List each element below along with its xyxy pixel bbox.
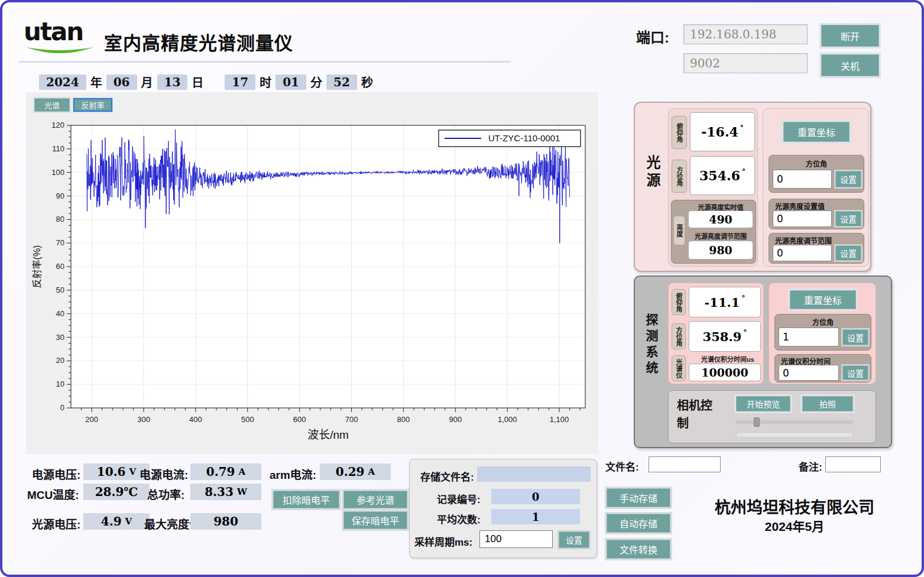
detection-pitch-value: -11.1°: [689, 287, 761, 317]
svg-text:400: 400: [189, 415, 202, 424]
supply-voltage-label: 电源电压:: [32, 466, 80, 482]
brightness-range-value: 980: [688, 241, 753, 260]
port-input[interactable]: [683, 53, 808, 73]
filename-label: 文件名:: [605, 459, 639, 474]
file-convert-button[interactable]: 文件转换: [607, 540, 670, 559]
second-unit: 秒: [361, 73, 373, 90]
camera-control-panel: 相机控制 开始预览 拍照: [668, 390, 876, 443]
chart-panel: 光谱 反射率 2003004005006007008009001,0001,10…: [26, 92, 598, 454]
hour-unit: 时: [260, 73, 271, 90]
svg-text:30: 30: [56, 333, 64, 342]
month-value: 06: [106, 74, 137, 90]
company-date: 2024年5月: [697, 517, 892, 534]
svg-text:90: 90: [56, 192, 64, 200]
svg-text:70: 70: [56, 238, 64, 247]
spectrometer-integration-label: 光谱仪积分时间us: [680, 354, 775, 364]
port-label: 端口:: [636, 26, 669, 47]
detection-reset-button[interactable]: 重置坐标: [790, 290, 856, 309]
light-brightness-set-group: 光源亮度设置值 设置: [769, 199, 864, 229]
light-azimuth-set-input[interactable]: [773, 170, 832, 189]
svg-text:10: 10: [56, 380, 64, 388]
reference-spectrum-button[interactable]: 参考光谱: [343, 491, 407, 508]
month-unit: 月: [141, 73, 153, 90]
disconnect-button[interactable]: 断开: [821, 25, 879, 47]
header-divider: [19, 61, 511, 63]
svg-text:60: 60: [56, 262, 64, 271]
detection-readout-group: 俯仰角 -11.1° 方位角 358.9° 光谱仪 光谱仪积分时间us 1000…: [668, 283, 764, 384]
light-azimuth-value: 354.6°: [690, 156, 755, 195]
svg-text:40: 40: [56, 309, 64, 318]
detection-azimuth-set-group: 方位角 设置: [774, 314, 871, 351]
source-voltage-label: 光源电压:: [32, 516, 80, 531]
camera-slider[interactable]: [736, 420, 853, 424]
brightness-realtime-value: 490: [688, 210, 753, 228]
reflectance-chart: 2003004005006007008009001,0001,100010203…: [31, 112, 592, 450]
second-value: 52: [326, 74, 357, 90]
light-brightness-range-set-button[interactable]: 设置: [835, 245, 861, 261]
manual-save-button[interactable]: 手动存储: [607, 488, 670, 507]
subtract-dark-button[interactable]: 扣除暗电平: [273, 491, 339, 508]
arm-current-label: arm电流:: [270, 466, 316, 482]
shutdown-button[interactable]: 关机: [821, 54, 879, 76]
detection-azimuth-value: 358.9°: [689, 321, 761, 352]
hour-value: 17: [225, 74, 255, 90]
detection-azimuth-set-button[interactable]: 设置: [842, 329, 868, 345]
tab-spectrum[interactable]: 光谱: [34, 98, 70, 112]
note-input[interactable]: [825, 456, 881, 472]
camera-scrollbar[interactable]: [736, 432, 853, 437]
camera-photo-button[interactable]: 拍照: [802, 396, 853, 411]
minute-unit: 分: [310, 73, 322, 90]
light-readout-group: 俯仰角 -16.4° 方位角 354.6° 亮度 光源亮度实时值 490 光源亮…: [668, 108, 758, 267]
svg-text:1,000: 1,000: [498, 415, 517, 424]
ip-input[interactable]: [683, 24, 808, 44]
svg-text:600: 600: [293, 415, 306, 424]
integration-set-input[interactable]: [779, 365, 839, 381]
svg-text:110: 110: [52, 144, 64, 153]
brightness-range-label: 光源亮度调节范围: [679, 231, 763, 241]
light-brightness-set-input[interactable]: [773, 210, 832, 227]
storage-filename-label: 存储文件名:: [420, 469, 474, 484]
record-number-label: 记录编号:: [437, 491, 481, 506]
svg-text:200: 200: [85, 415, 98, 424]
integration-set-button[interactable]: 设置: [842, 365, 868, 380]
logo-text: utan: [24, 20, 99, 44]
spectrometer-integration-value: 100000: [689, 364, 761, 381]
arm-current-chip: 0.29A: [320, 463, 391, 480]
detection-azimuth-set-input[interactable]: [779, 328, 839, 346]
year-value: 2024: [39, 74, 86, 90]
storage-filename-value: [477, 466, 591, 482]
svg-text:120: 120: [51, 121, 64, 129]
sample-period-input[interactable]: [479, 530, 553, 548]
light-pitch-tag: 俯仰角: [672, 116, 687, 149]
svg-text:80: 80: [56, 215, 64, 223]
day-unit: 日: [192, 73, 203, 90]
light-brightness-range-set-group: 光源亮度调节范围 设置: [769, 233, 864, 264]
source-voltage-chip: 4.9V: [83, 513, 150, 530]
mcu-temp-chip: 28.9℃: [83, 484, 150, 500]
tab-reflectance[interactable]: 反射率: [73, 98, 112, 112]
auto-save-button[interactable]: 自动存储: [607, 514, 670, 533]
detection-control-group: 重置坐标 方位角 设置 光谱仪积分时间 设置: [769, 283, 876, 384]
light-pitch-value: -16.4°: [690, 112, 755, 151]
total-power-label: 总功率:: [147, 486, 184, 502]
detection-pitch-tag: 俯仰角: [672, 289, 686, 315]
camera-preview-button[interactable]: 开始预览: [736, 396, 790, 411]
svg-text:100: 100: [51, 168, 64, 177]
light-reset-button[interactable]: 重置坐标: [783, 122, 850, 142]
record-number-value: 0: [491, 489, 580, 504]
sample-period-label: 采样周期ms:: [414, 534, 472, 549]
save-dark-button[interactable]: 保存暗电平: [343, 511, 407, 529]
light-brightness-set-button[interactable]: 设置: [835, 211, 861, 226]
max-brightness-chip: 980: [190, 513, 261, 530]
filename-input[interactable]: [649, 456, 721, 472]
sample-period-set-button[interactable]: 设置: [559, 531, 589, 548]
camera-control-title: 相机控制: [677, 397, 715, 432]
camera-slider-thumb[interactable]: [754, 417, 760, 427]
light-azimuth-tag: 方位角: [672, 160, 687, 193]
svg-text:800: 800: [397, 415, 410, 424]
app-window: utan 室内高精度光谱测量仪 端口: 断开 关机 2024 年 06 月 13…: [0, 0, 924, 577]
light-brightness-range-set-input[interactable]: [773, 245, 832, 261]
svg-text:700: 700: [345, 415, 358, 424]
light-brightness-tag: 亮度: [673, 216, 685, 245]
light-azimuth-set-button[interactable]: 设置: [835, 171, 861, 187]
